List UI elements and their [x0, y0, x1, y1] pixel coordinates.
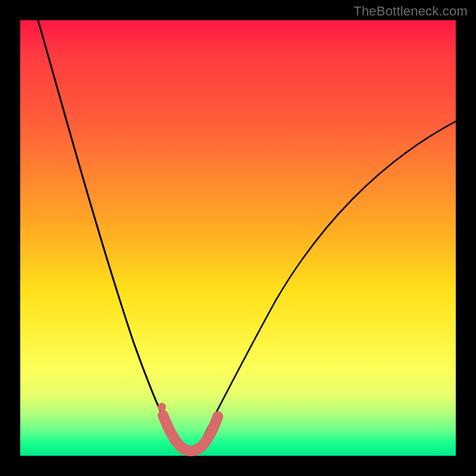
curve-left-branch [38, 20, 171, 432]
bottleneck-curve-svg [20, 20, 456, 456]
plot-area [20, 20, 456, 456]
highlight-dot [158, 403, 166, 411]
curve-valley-highlight [163, 415, 218, 451]
chart-frame: TheBottleneck.com [0, 0, 476, 476]
curve-right-branch [206, 121, 456, 432]
watermark-text: TheBottleneck.com [353, 4, 468, 19]
